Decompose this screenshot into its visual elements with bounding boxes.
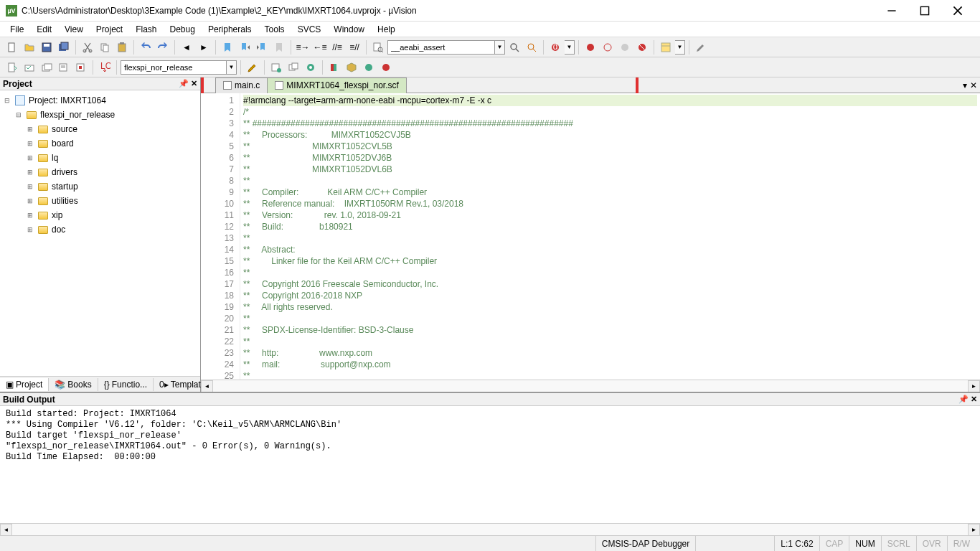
panel-tab-project[interactable]: ▣Project <box>0 378 49 391</box>
menu-project[interactable]: Project <box>90 23 128 36</box>
tree-toggle-icon[interactable]: ⊞ <box>26 169 34 176</box>
find-combo[interactable]: ▼ <box>387 40 505 55</box>
output-pin-icon[interactable]: 📌 ✕ <box>958 395 977 404</box>
keil-button[interactable] <box>378 60 394 75</box>
menu-edit[interactable]: Edit <box>31 23 57 36</box>
scroll-track[interactable] <box>213 380 968 392</box>
pack-installer-button[interactable] <box>344 60 359 75</box>
minimize-button[interactable] <box>875 0 908 22</box>
scroll-right-button[interactable]: ► <box>968 524 980 536</box>
target-select[interactable] <box>121 60 227 75</box>
tree-toggle-icon[interactable]: ⊞ <box>26 140 34 147</box>
target-combo[interactable]: ▼ <box>121 60 237 75</box>
window-layout-dropdown[interactable]: ▼ <box>675 40 685 55</box>
scroll-right-button[interactable]: ► <box>968 380 980 392</box>
panel-tab-books[interactable]: 📚Books <box>49 378 98 391</box>
nav-forward-button[interactable]: ► <box>196 39 212 55</box>
tree-toggle-icon[interactable]: ⊞ <box>26 154 34 161</box>
debug-button[interactable]: d <box>547 39 563 55</box>
menu-flash[interactable]: Flash <box>130 23 162 36</box>
books-button[interactable] <box>326 60 342 75</box>
bookmark-next-button[interactable] <box>254 39 270 55</box>
tree-group-source[interactable]: ⊞source <box>3 122 197 136</box>
batch-build-button[interactable] <box>56 60 72 75</box>
tree-toggle-icon[interactable]: ⊞ <box>26 212 34 219</box>
copy-button[interactable] <box>97 39 113 55</box>
download-button[interactable]: LOAD <box>97 60 113 75</box>
configure-button[interactable] <box>693 39 709 55</box>
pin-icon[interactable]: 📌 ✕ <box>179 79 197 88</box>
tree-toggle-icon[interactable]: ⊞ <box>26 126 34 133</box>
cut-button[interactable] <box>80 39 95 55</box>
scroll-left-button[interactable]: ◄ <box>201 380 213 392</box>
stop-build-button[interactable] <box>73 60 89 75</box>
open-file-button[interactable] <box>22 39 37 55</box>
scroll-track[interactable] <box>12 524 968 536</box>
menu-view[interactable]: View <box>59 23 89 36</box>
paste-button[interactable] <box>114 39 130 55</box>
outdent-button[interactable]: ←≡ <box>312 39 328 55</box>
tree-toggle-icon[interactable]: ⊟ <box>3 97 11 104</box>
translate-button[interactable] <box>4 60 20 75</box>
code-editor[interactable]: 1234567891011121314151617181920212223242… <box>201 93 980 380</box>
tree-toggle-icon[interactable]: ⊞ <box>26 197 34 204</box>
manage-multiproject-button[interactable] <box>286 60 301 75</box>
breakpoint-disable-button[interactable] <box>617 39 633 55</box>
target-dropdown-arrow[interactable]: ▼ <box>227 60 237 75</box>
tree-toggle-icon[interactable]: ⊟ <box>14 111 23 118</box>
rebuild-button[interactable] <box>39 60 55 75</box>
bookmark-prev-button[interactable] <box>237 39 253 55</box>
menu-tools[interactable]: Tools <box>259 23 291 36</box>
find-in-files-button[interactable] <box>370 39 386 55</box>
close-button[interactable] <box>941 0 974 22</box>
simulator-button[interactable] <box>361 60 377 75</box>
save-all-button[interactable] <box>56 39 72 55</box>
nav-back-button[interactable]: ◄ <box>179 39 194 55</box>
tree-group-doc[interactable]: ⊞doc <box>3 222 197 237</box>
panel-tab-functions[interactable]: {}Functio... <box>98 378 154 391</box>
code-content[interactable]: #!armclang --target=arm-arm-none-eabi -m… <box>240 93 980 380</box>
bookmark-clear-button[interactable] <box>271 39 287 55</box>
build-output-content[interactable]: Build started: Project: IMXRT1064 *** Us… <box>0 406 980 523</box>
editor-tab-scf[interactable]: MIMXRT1064_flexspi_nor.scf <box>267 77 407 93</box>
tree-target[interactable]: ⊟ flexspi_nor_release <box>3 108 197 122</box>
window-layout-button[interactable] <box>658 39 674 55</box>
options-button[interactable] <box>245 60 260 75</box>
scroll-left-button[interactable]: ◄ <box>0 524 12 536</box>
find-button[interactable] <box>507 39 522 55</box>
manage-project-button[interactable] <box>268 60 284 75</box>
tree-group-drivers[interactable]: ⊞drivers <box>3 165 197 179</box>
editor-scrollbar-h[interactable]: ◄ ► <box>201 380 980 392</box>
editor-close-icon[interactable]: ✕ <box>970 80 977 90</box>
debug-dropdown[interactable]: ▼ <box>565 40 575 55</box>
tree-toggle-icon[interactable]: ⊞ <box>26 226 34 233</box>
menu-window[interactable]: Window <box>328 23 370 36</box>
comment-button[interactable]: //≡ <box>329 39 345 55</box>
menu-debug[interactable]: Debug <box>164 23 201 36</box>
undo-button[interactable] <box>138 39 154 55</box>
menu-peripherals[interactable]: Peripherals <box>202 23 258 36</box>
tree-group-utilities[interactable]: ⊞utilities <box>3 194 197 208</box>
build-button[interactable] <box>22 60 37 75</box>
maximize-button[interactable] <box>908 0 941 22</box>
redo-button[interactable] <box>155 39 171 55</box>
find-input[interactable] <box>387 40 495 55</box>
tree-group-xip[interactable]: ⊞xip <box>3 208 197 222</box>
menu-file[interactable]: File <box>4 23 29 36</box>
breakpoint-kill-button[interactable] <box>634 39 650 55</box>
find-dropdown-arrow[interactable]: ▼ <box>495 40 505 55</box>
tree-group-lq[interactable]: ⊞lq <box>3 151 197 165</box>
tree-group-startup[interactable]: ⊞startup <box>3 179 197 194</box>
tree-group-board[interactable]: ⊞board <box>3 136 197 151</box>
new-file-button[interactable] <box>4 39 20 55</box>
breakpoint-enable-button[interactable] <box>600 39 616 55</box>
incremental-find-button[interactable] <box>524 39 540 55</box>
menu-help[interactable]: Help <box>372 23 401 36</box>
breakpoint-insert-button[interactable] <box>583 39 598 55</box>
uncomment-button[interactable]: ≡// <box>347 39 362 55</box>
editor-tab-main-c[interactable]: main.c <box>215 77 268 93</box>
menu-svcs[interactable]: SVCS <box>292 23 327 36</box>
bookmark-button[interactable] <box>220 39 235 55</box>
output-scrollbar-h[interactable]: ◄ ► <box>0 523 980 535</box>
project-tree[interactable]: ⊟ Project: IMXRT1064 ⊟ flexspi_nor_relea… <box>0 90 200 376</box>
